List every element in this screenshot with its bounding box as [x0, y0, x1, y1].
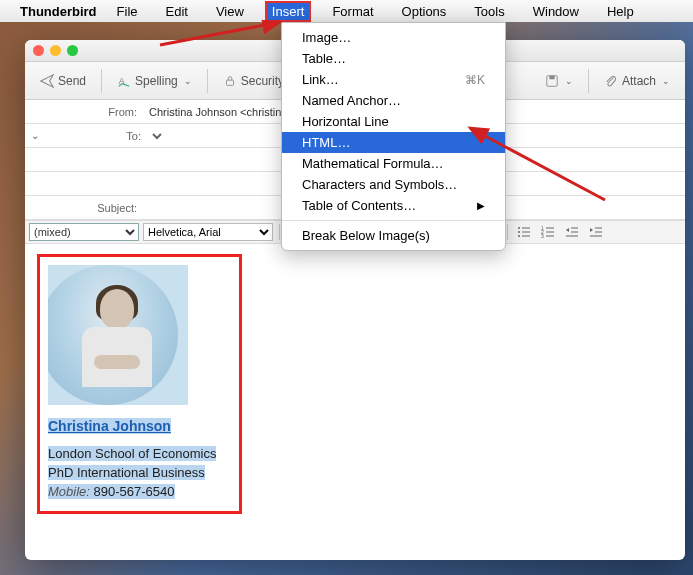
system-menubar: Thunderbird File Edit View Insert Format…	[0, 0, 693, 22]
svg-point-10	[518, 235, 520, 237]
from-label: From:	[25, 106, 145, 118]
spelling-icon: A	[117, 74, 131, 88]
indent-icon	[589, 225, 603, 239]
menu-window[interactable]: Window	[527, 2, 585, 21]
paperclip-icon	[604, 74, 618, 88]
lock-icon	[223, 74, 237, 88]
signature-avatar	[48, 265, 188, 405]
menu-format[interactable]: Format	[326, 2, 379, 21]
dropdown-image[interactable]: Image…	[282, 27, 505, 48]
annotation-arrow-1	[155, 20, 295, 50]
toolbar-separator	[101, 69, 102, 93]
dropdown-break-below[interactable]: Break Below Image(s)	[282, 225, 505, 246]
save-icon	[545, 74, 559, 88]
outdent-icon	[565, 225, 579, 239]
svg-line-0	[160, 22, 280, 45]
recipient-expand-button[interactable]: ⌄	[25, 130, 45, 141]
signature-mobile-label: Mobile:	[48, 484, 90, 499]
send-button[interactable]: Send	[33, 70, 93, 92]
outdent-button[interactable]	[562, 223, 582, 241]
svg-rect-5	[549, 75, 554, 79]
signature-line2: PhD International Business	[48, 465, 205, 480]
bullet-list-button[interactable]	[514, 223, 534, 241]
chevron-down-icon: ⌄	[184, 76, 192, 86]
bullet-list-icon	[517, 225, 531, 239]
chevron-down-icon: ⌄	[662, 76, 670, 86]
svg-point-6	[518, 227, 520, 229]
font-family-select[interactable]: Helvetica, Arial	[143, 223, 273, 241]
dropdown-separator	[282, 220, 505, 221]
menu-tools[interactable]: Tools	[468, 2, 510, 21]
signature-line1: London School of Economics	[48, 446, 216, 461]
spelling-button[interactable]: A Spelling⌄	[110, 70, 199, 92]
svg-rect-3	[226, 80, 233, 85]
close-window-button[interactable]	[33, 45, 44, 56]
toolbar-separator	[207, 69, 208, 93]
svg-point-8	[518, 231, 520, 233]
dropdown-named-anchor[interactable]: Named Anchor…	[282, 90, 505, 111]
numbered-list-icon: 123	[541, 225, 555, 239]
dropdown-table[interactable]: Table…	[282, 48, 505, 69]
menu-view[interactable]: View	[210, 2, 250, 21]
app-name[interactable]: Thunderbird	[20, 4, 97, 19]
window-controls	[33, 45, 78, 56]
annotation-arrow-2	[455, 110, 615, 210]
indent-button[interactable]	[586, 223, 606, 241]
paragraph-style-select[interactable]: (mixed)	[29, 223, 139, 241]
dropdown-link[interactable]: Link…⌘K	[282, 69, 505, 90]
signature-highlight-box: Christina Johnson London School of Econo…	[37, 254, 242, 514]
minimize-window-button[interactable]	[50, 45, 61, 56]
menu-insert[interactable]: Insert	[266, 2, 311, 21]
attach-button[interactable]: Attach⌄	[597, 70, 677, 92]
zoom-window-button[interactable]	[67, 45, 78, 56]
menu-file[interactable]: File	[111, 2, 144, 21]
to-label-select[interactable]: To:	[45, 129, 165, 143]
send-icon	[40, 74, 54, 88]
svg-line-1	[470, 128, 605, 200]
menu-edit[interactable]: Edit	[160, 2, 194, 21]
save-button[interactable]: ⌄	[538, 70, 580, 92]
chevron-down-icon: ⌄	[565, 76, 573, 86]
toolbar-separator	[588, 69, 589, 93]
compose-body[interactable]: Christina Johnson London School of Econo…	[25, 244, 685, 524]
menu-help[interactable]: Help	[601, 2, 640, 21]
numbered-list-button[interactable]: 123	[538, 223, 558, 241]
signature-name: Christina Johnson	[48, 418, 171, 434]
menu-options[interactable]: Options	[396, 2, 453, 21]
svg-text:3: 3	[541, 233, 544, 239]
subject-label: Subject:	[25, 202, 145, 214]
signature-mobile-value: 890-567-6540	[94, 484, 175, 499]
